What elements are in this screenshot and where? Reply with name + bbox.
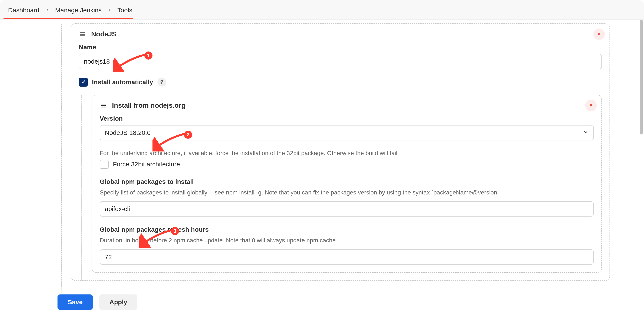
version-group: Version NodeJS 18.20.0 [100,115,594,140]
refresh-hours-group: Global npm packages refresh hours Durati… [100,226,594,265]
vertical-scrollbar[interactable] [640,19,643,134]
name-label: Name [79,44,602,51]
check-icon [81,79,86,85]
breadcrumb-dashboard[interactable]: Dashboard [4,0,43,19]
installer-header: Install from nodejs.org [100,101,594,109]
card-header: NodeJS [79,30,602,38]
remove-nodejs-button[interactable] [593,28,605,40]
global-packages-help: Specify list of packages to install glob… [100,188,594,197]
force32-row: Force 32bit architecture [100,160,594,169]
inner-left-rail [81,95,82,281]
chevron-down-icon [583,129,589,137]
refresh-hours-input[interactable] [100,249,594,265]
force32-label: Force 32bit architecture [113,161,180,168]
installer-wrap: Install from nodejs.org Version NodeJS 1… [79,95,602,273]
breadcrumb-active-underline [4,18,133,19]
card-title: NodeJS [91,30,116,38]
main-content: NodeJS Name Install automatically ? [62,23,610,296]
refresh-hours-label: Global npm packages refresh hours [100,226,594,233]
chevron-right-icon [45,7,50,12]
global-packages-group: Global npm packages to install Specify l… [100,178,594,217]
installer-card: Install from nodejs.org Version NodeJS 1… [92,95,602,273]
name-input[interactable] [79,54,602,69]
app-root: Dashboard Manage Jenkins Tools NodeJS [0,0,644,317]
refresh-hours-help: Duration, in hours, before 2 npm cache u… [100,236,594,245]
footer-actions: Save Apply [0,287,644,317]
drag-handle-icon[interactable] [79,31,86,38]
save-button[interactable]: Save [58,295,93,310]
global-packages-input[interactable] [100,201,594,217]
close-icon [597,31,602,38]
nodejs-install-card: NodeJS Name Install automatically ? [71,23,610,281]
remove-installer-button[interactable] [585,100,597,111]
install-auto-row: Install automatically ? [79,78,602,87]
apply-button[interactable]: Apply [99,295,137,310]
version-selected-value: NodeJS 18.20.0 [105,129,150,136]
close-icon [589,102,593,109]
chevron-right-icon [107,7,112,12]
breadcrumb: Dashboard Manage Jenkins Tools [0,0,644,19]
drag-handle-icon[interactable] [100,102,107,109]
install-auto-label: Install automatically [92,78,153,86]
breadcrumb-tools[interactable]: Tools [114,0,136,19]
force32-help-text: For the underlying architecture, if avai… [100,149,594,157]
global-packages-label: Global npm packages to install [100,178,594,185]
install-auto-help-button[interactable]: ? [158,78,166,87]
outer-left-rail [61,23,62,304]
name-field-group: Name [79,44,602,69]
install-auto-checkbox[interactable] [79,78,88,87]
installer-title: Install from nodejs.org [112,101,186,109]
force32-checkbox[interactable] [100,160,108,169]
version-select[interactable]: NodeJS 18.20.0 [100,125,594,140]
version-label: Version [100,115,594,122]
breadcrumb-manage-jenkins[interactable]: Manage Jenkins [51,0,106,19]
